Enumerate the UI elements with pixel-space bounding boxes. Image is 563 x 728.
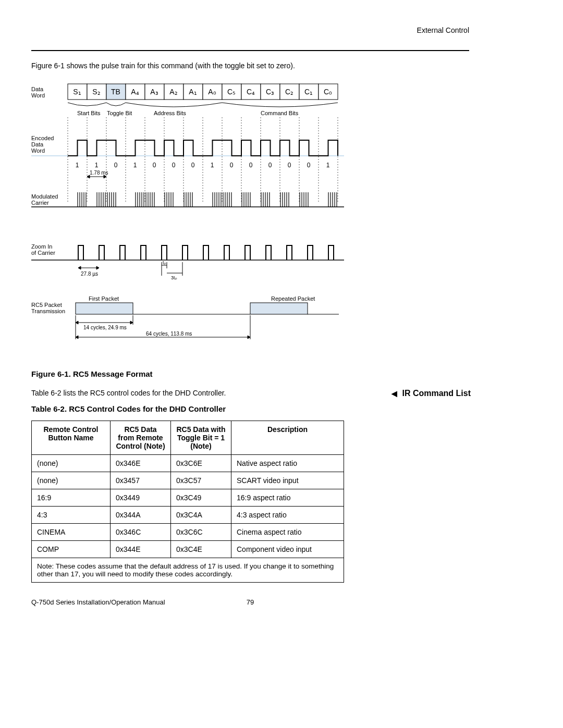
svg-text:A₄: A₄ [131,88,139,96]
header-rule [31,50,469,51]
svg-text:A₃: A₃ [150,88,158,96]
col-button-name: Remote Control Button Name [32,421,111,455]
svg-text:0: 0 [268,162,272,169]
svg-text:0: 0 [114,162,118,169]
table-cell: (none) [32,472,111,489]
table-cell: Component video input [231,541,344,558]
table-row: COMP0x344E0x3C4EComponent video input [32,541,344,558]
table-row: 4:30x344A0x3C4A4:3 aspect ratio [32,507,344,524]
table-cell: 0x3C4E [171,541,231,558]
svg-text:Command Bits: Command Bits [261,110,299,116]
svg-text:14 cycles, 24.9 ms: 14 cycles, 24.9 ms [83,325,127,330]
table-row: 16:90x34490x3C4916:9 aspect ratio [32,489,344,507]
table-title: Table 6-2. RC5 Control Codes for the DHD… [31,404,469,413]
table-row: (none)0x346E0x3C6ENative aspect ratio [32,455,344,472]
table-row: (none)0x34570x3C57SCART video input [32,472,344,489]
svg-text:0: 0 [230,162,234,169]
table-cell: 0x3C57 [171,472,231,489]
label-data-word: DataWord [31,86,45,98]
table-note: Note: These codes assume that the defaul… [32,558,344,583]
svg-text:0: 0 [191,162,195,169]
footer-manual: Q-750d Series Installation/Operation Man… [31,598,165,606]
svg-text:Repeated Packet: Repeated Packet [271,295,315,302]
table-cell: Cinema aspect ratio [231,524,344,541]
svg-text:C₄: C₄ [247,88,255,96]
rc5-codes-table: Remote Control Button Name RC5 Data from… [31,421,344,583]
svg-text:64 cycles,  113.8 ms: 64 cycles, 113.8 ms [146,331,192,337]
svg-text:1: 1 [133,162,137,169]
table-cell: 0x346C [111,524,171,541]
svg-text:First Packet: First Packet [89,295,119,302]
table-reference: Table 6-2 lists the RC5 control codes fo… [31,389,469,397]
table-cell: SCART video input [231,472,344,489]
svg-text:A₀: A₀ [208,88,216,96]
table-cell: 0x344E [111,541,171,558]
table-cell: COMP [32,541,111,558]
svg-text:RC5 PacketTransmission: RC5 PacketTransmission [31,302,65,314]
svg-text:0: 0 [288,162,291,169]
svg-text:27.8 µs: 27.8 µs [81,271,98,277]
svg-text:C₁: C₁ [304,88,313,96]
svg-text:0: 0 [249,162,253,169]
svg-text:1: 1 [95,162,99,169]
table-cell: 0x3C49 [171,489,231,507]
table-cell: 0x344A [111,507,171,524]
table-cell: 4:3 [32,507,111,524]
col-description: Description [231,421,344,455]
table-cell: 4:3 aspect ratio [231,507,344,524]
col-rc5-toggle: RC5 Data with Toggle Bit = 1 (Note) [171,421,231,455]
svg-text:ModulatedCarrier: ModulatedCarrier [31,193,58,206]
table-row: CINEMA0x346C0x3C6CCinema aspect ratio [32,524,344,541]
svg-text:S₁: S₁ [73,88,81,96]
svg-text:0: 0 [307,162,311,169]
svg-text:0: 0 [153,162,156,169]
svg-text:C₅: C₅ [227,88,236,96]
rc5-diagram: DataWord S₁ S₂ TB A₄ A₃ A₂ A₁ [31,83,469,354]
svg-text:3tₚ: 3tₚ [171,275,177,280]
table-cell: 0x3457 [111,472,171,489]
svg-text:C₃: C₃ [266,88,274,96]
page-footer: Q-750d Series Installation/Operation Man… [31,598,469,606]
table-cell: 0x3C4A [171,507,231,524]
svg-text:TB: TB [111,88,120,96]
table-cell: CINEMA [32,524,111,541]
svg-text:EncodedDataWord: EncodedDataWord [31,135,54,154]
svg-text:C₀: C₀ [324,88,332,96]
svg-rect-151 [76,303,133,314]
svg-text:A₂: A₂ [169,88,177,96]
svg-text:1: 1 [76,162,79,169]
footer-page: 79 [247,598,254,606]
svg-text:Zoom Inof Carrier: Zoom Inof Carrier [31,243,55,256]
col-rc5-data: RC5 Data from Remote Control (Note) [111,421,171,455]
svg-text:Toggle Bit: Toggle Bit [107,110,132,116]
table-cell: 0x346E [111,455,171,472]
table-cell: 0x3C6C [171,524,231,541]
svg-text:1: 1 [326,162,330,169]
table-cell: Native aspect ratio [231,455,344,472]
table-cell: (none) [32,455,111,472]
intro-text: Figure 6-1 shows the pulse train for thi… [31,61,469,70]
svg-text:1: 1 [211,162,214,169]
svg-text:tₚ: tₚ [163,260,166,265]
table-cell: 0x3449 [111,489,171,507]
table-cell: 16:9 aspect ratio [231,489,344,507]
svg-text:1.78 ms: 1.78 ms [90,170,108,176]
svg-text:C₂: C₂ [285,88,293,96]
svg-text:Start Bits: Start Bits [77,110,101,116]
table-cell: 0x3C6E [171,455,231,472]
figure-caption: Figure 6-1. RC5 Message Format [31,369,469,378]
table-note-row: Note: These codes assume that the defaul… [32,558,344,583]
side-heading: IR Command List [391,389,471,398]
svg-text:A₁: A₁ [189,88,197,96]
svg-text:S₂: S₂ [92,88,100,96]
table-header-row: Remote Control Button Name RC5 Data from… [32,421,344,455]
page-header: External Control [31,26,469,34]
svg-text:Address Bits: Address Bits [154,110,186,116]
table-cell: 16:9 [32,489,111,507]
svg-rect-153 [250,303,308,314]
svg-text:0: 0 [172,162,176,169]
